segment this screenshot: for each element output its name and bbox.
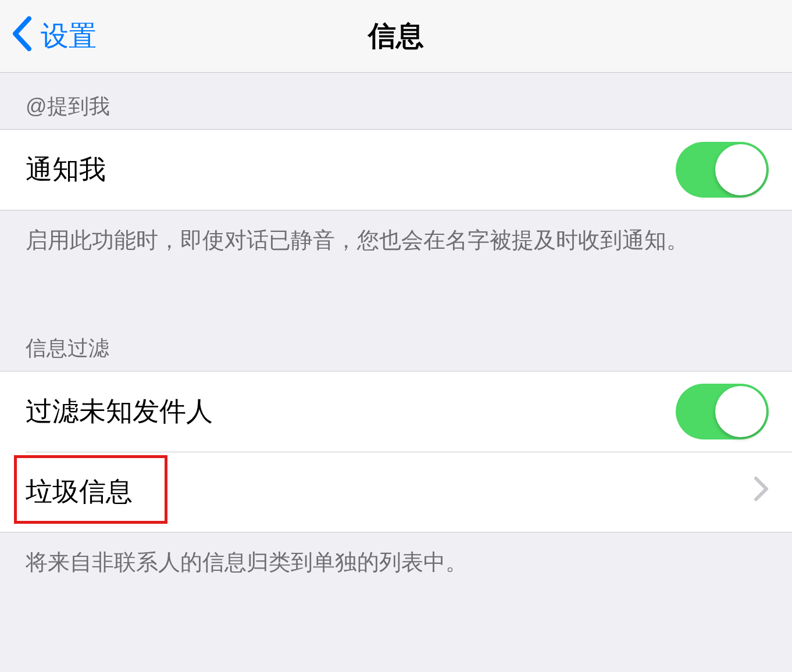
- nav-bar: 设置 信息: [0, 0, 792, 73]
- cell-filter-unknown: 过滤未知发件人: [0, 371, 792, 452]
- back-button[interactable]: 设置: [0, 16, 97, 56]
- toggle-notify-me[interactable]: [676, 142, 769, 198]
- footer-filter: 将来自非联系人的信息归类到单独的列表中。: [0, 532, 792, 603]
- cell-notify-me: 通知我: [0, 130, 792, 210]
- back-label: 设置: [41, 17, 97, 55]
- section-header-filter: 信息过滤: [0, 312, 792, 371]
- footer-mention: 启用此功能时，即使对话已静音，您也会在名字被提及时收到通知。: [0, 210, 792, 281]
- cell-group-filter: 过滤未知发件人 垃圾信息: [0, 371, 792, 532]
- cell-junk-messages[interactable]: 垃圾信息: [0, 452, 792, 532]
- cell-label-notify-me: 通知我: [26, 152, 106, 188]
- cell-group-mention: 通知我: [0, 129, 792, 210]
- page-title: 信息: [368, 17, 424, 55]
- section-header-mention: @提到我: [0, 73, 792, 129]
- chevron-left-icon: [12, 16, 33, 56]
- chevron-right-icon: [754, 476, 769, 507]
- toggle-knob: [715, 386, 766, 437]
- toggle-knob: [715, 144, 766, 195]
- cell-label-filter-unknown: 过滤未知发件人: [26, 394, 213, 430]
- cell-label-junk: 垃圾信息: [26, 474, 133, 510]
- toggle-filter-unknown[interactable]: [676, 384, 769, 439]
